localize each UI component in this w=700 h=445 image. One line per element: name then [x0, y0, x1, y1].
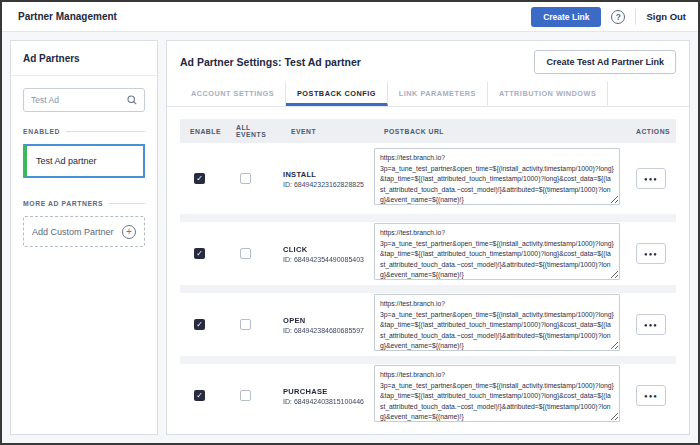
all-events-checkbox[interactable] — [240, 390, 251, 401]
enable-checkbox[interactable]: ✓ — [194, 173, 205, 184]
table-row-click: ✓ CLICK ID: 684942354490085403 https://t… — [180, 214, 676, 285]
table-row-install: ✓ INSTALL ID: 684942323162828825 https:/… — [180, 143, 676, 214]
column-header-postback-url: POSTBACK URL — [374, 128, 626, 135]
table-row-purchase: ✓ PURCHASE ID: 684942403815100446 https:… — [180, 356, 676, 427]
actions-cell: ●●● — [626, 168, 676, 189]
all-events-cell — [226, 319, 281, 330]
event-id: ID: 684942384680685597 — [283, 327, 374, 334]
sidebar-body: ENABLED Test Ad partner MORE AD PARTNERS… — [11, 76, 157, 259]
top-bar: Partner Management Create Link ? Sign Ou… — [2, 2, 698, 32]
panel-title: Ad Partner Settings: Test Ad partner — [180, 56, 361, 68]
column-header-enable: ENABLE — [180, 128, 226, 135]
enable-checkbox[interactable]: ✓ — [194, 390, 205, 401]
event-name: INSTALL — [283, 170, 374, 179]
sidebar-item-test-ad-partner[interactable]: Test Ad partner — [23, 144, 145, 178]
postback-url-cell: https://test.branch.io? 3p=a_tune_test_p… — [374, 294, 626, 355]
section-rule — [109, 203, 145, 204]
ellipsis-icon: ●●● — [644, 251, 658, 257]
enable-cell: ✓ — [180, 173, 226, 184]
plus-icon: + — [122, 225, 136, 239]
section-rule — [66, 131, 145, 132]
enabled-label-text: ENABLED — [23, 128, 60, 135]
ellipsis-icon: ●●● — [644, 322, 658, 328]
event-name: CLICK — [283, 245, 374, 254]
row-actions-button[interactable]: ●●● — [636, 243, 666, 264]
create-test-ad-partner-link-button[interactable]: Create Test Ad Partner Link — [534, 50, 676, 74]
checkmark-icon: ✓ — [196, 320, 203, 329]
all-events-checkbox[interactable] — [240, 173, 251, 184]
add-custom-partner-label: Add Custom Partner — [32, 227, 114, 237]
sidebar-title: Ad Partners — [11, 41, 157, 76]
enable-cell: ✓ — [180, 248, 226, 259]
event-name: OPEN — [283, 316, 374, 325]
enable-checkbox[interactable]: ✓ — [194, 248, 205, 259]
search-icon — [127, 91, 137, 109]
row-actions-button[interactable]: ●●● — [636, 314, 666, 335]
event-cell: PURCHASE ID: 684942403815100446 — [281, 387, 374, 405]
event-cell: OPEN ID: 684942384680685597 — [281, 316, 374, 334]
event-id: ID: 684942323162828825 — [283, 181, 374, 188]
enable-cell: ✓ — [180, 390, 226, 401]
partner-search-box[interactable] — [23, 88, 145, 112]
checkmark-icon: ✓ — [196, 391, 203, 400]
tab-account-settings[interactable]: ACCOUNT SETTINGS — [180, 82, 286, 106]
all-events-cell — [226, 173, 281, 184]
actions-cell: ●●● — [626, 385, 676, 406]
postback-url-cell: https://test.branch.io? 3p=a_tune_test_p… — [374, 223, 626, 284]
partner-item-label: Test Ad partner — [36, 156, 97, 166]
content-area: Ad Partners ENABLED Test Ad partner MORE — [2, 32, 698, 443]
enable-checkbox[interactable]: ✓ — [194, 319, 205, 330]
row-actions-button[interactable]: ●●● — [636, 168, 666, 189]
table-row-open: ✓ OPEN ID: 684942384680685597 https://te… — [180, 285, 676, 356]
column-header-actions: ACTIONS — [626, 128, 676, 135]
page-title: Partner Management — [18, 11, 117, 22]
checkmark-icon: ✓ — [196, 174, 203, 183]
all-events-cell — [226, 390, 281, 401]
ad-partner-settings-panel: Ad Partner Settings: Test Ad partner Cre… — [166, 40, 690, 435]
event-name: PURCHASE — [283, 387, 374, 396]
event-cell: INSTALL ID: 684942323162828825 — [281, 170, 374, 188]
event-id: ID: 684942403815100446 — [283, 398, 374, 405]
help-icon[interactable]: ? — [611, 10, 625, 24]
panel-header: Ad Partner Settings: Test Ad partner Cre… — [167, 41, 689, 82]
enabled-section-label: ENABLED — [23, 128, 145, 135]
create-link-button[interactable]: Create Link — [531, 7, 601, 27]
more-partners-section-label: MORE AD PARTNERS — [23, 200, 145, 207]
table-header-row: ENABLE ALL EVENTS EVENT POSTBACK URL ACT… — [180, 119, 676, 143]
actions-cell: ●●● — [626, 243, 676, 264]
postback-url-textarea[interactable]: https://test.branch.io? 3p=a_tune_test_p… — [374, 365, 620, 422]
checkmark-icon: ✓ — [196, 249, 203, 258]
more-partners-label-text: MORE AD PARTNERS — [23, 200, 103, 207]
tab-postback-config[interactable]: POSTBACK CONFIG — [286, 82, 388, 106]
postback-url-cell: https://test.branch.io? 3p=a_tune_test_p… — [374, 148, 626, 209]
row-actions-button[interactable]: ●●● — [636, 385, 666, 406]
settings-tabs: ACCOUNT SETTINGS POSTBACK CONFIG LINK PA… — [167, 82, 689, 107]
postback-table: ENABLE ALL EVENTS EVENT POSTBACK URL ACT… — [167, 107, 689, 434]
postback-url-textarea[interactable]: https://test.branch.io? 3p=a_tune_test_p… — [374, 148, 620, 205]
ellipsis-icon: ●●● — [644, 393, 658, 399]
postback-url-textarea[interactable]: https://test.branch.io? 3p=a_tune_test_p… — [374, 223, 620, 280]
all-events-checkbox[interactable] — [240, 319, 251, 330]
actions-cell: ●●● — [626, 314, 676, 335]
enable-cell: ✓ — [180, 319, 226, 330]
ad-partners-sidebar: Ad Partners ENABLED Test Ad partner MORE — [10, 40, 158, 435]
postback-url-cell: https://test.branch.io? 3p=a_tune_test_p… — [374, 365, 626, 426]
app-window: Partner Management Create Link ? Sign Ou… — [0, 0, 700, 445]
topbar-divider — [635, 9, 636, 25]
event-cell: CLICK ID: 684942354490085403 — [281, 245, 374, 263]
event-id: ID: 684942354490085403 — [283, 256, 374, 263]
column-header-event: EVENT — [281, 128, 374, 135]
ellipsis-icon: ●●● — [644, 176, 658, 182]
tab-link-parameters[interactable]: LINK PARAMETERS — [388, 82, 488, 106]
topbar-actions: Create Link ? Sign Out — [531, 7, 686, 27]
sign-out-link[interactable]: Sign Out — [646, 11, 686, 22]
column-header-all-events: ALL EVENTS — [226, 124, 281, 138]
tab-attribution-windows[interactable]: ATTRIBUTION WINDOWS — [488, 82, 608, 106]
partner-search-input[interactable] — [31, 95, 127, 105]
all-events-cell — [226, 248, 281, 259]
all-events-checkbox[interactable] — [240, 248, 251, 259]
postback-url-textarea[interactable]: https://test.branch.io? 3p=a_tune_test_p… — [374, 294, 620, 351]
add-custom-partner-button[interactable]: Add Custom Partner + — [23, 216, 145, 247]
